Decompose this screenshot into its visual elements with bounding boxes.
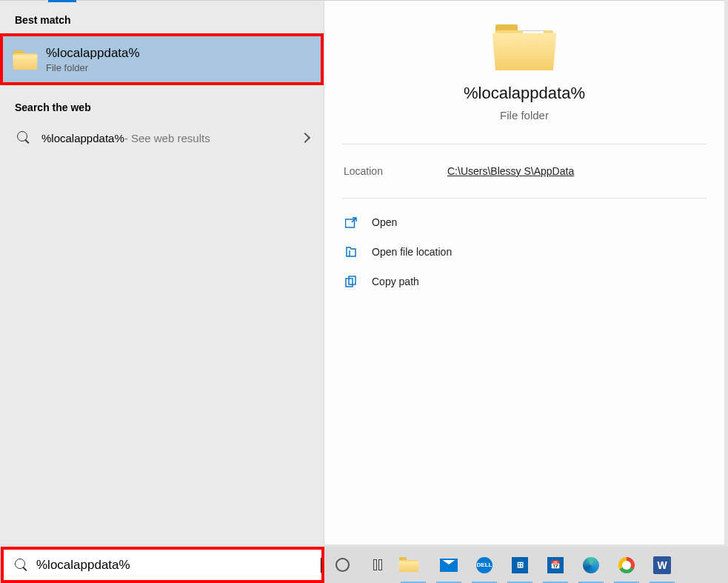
result-subtitle: File folder: [46, 62, 140, 73]
action-label: Copy path: [372, 276, 419, 287]
store-icon: ⊞: [512, 557, 528, 573]
folder-open-icon: [344, 246, 358, 258]
file-explorer-button[interactable]: [395, 547, 431, 583]
folder-icon: [13, 49, 37, 70]
calendar-icon: 📅: [547, 557, 564, 573]
search-icon: [16, 130, 31, 145]
search-box[interactable]: [1, 547, 324, 583]
chrome-icon: [618, 557, 635, 573]
chrome-button[interactable]: [609, 547, 644, 583]
edge-button[interactable]: [573, 547, 609, 583]
search-icon: [14, 558, 29, 573]
best-match-heading: Best match: [0, 1, 324, 33]
preview-title: %localappdata%: [464, 84, 585, 103]
best-match-result[interactable]: %localappdata% File folder: [0, 33, 324, 85]
file-explorer-icon: [399, 559, 418, 572]
store-button[interactable]: ⊞: [502, 547, 538, 583]
results-pane: Best match %localappdata% File folder Se…: [0, 1, 324, 544]
taskbar: DELL ⊞ 📅 W: [0, 547, 728, 583]
preview-pane: %localappdata% File folder Location C:\U…: [324, 1, 724, 544]
mail-icon: [440, 559, 458, 572]
filter-indicator: [48, 0, 76, 2]
mail-button[interactable]: [431, 547, 467, 583]
taskbar-icons: DELL ⊞ 📅 W: [324, 547, 680, 583]
copy-path-action[interactable]: Copy path: [336, 267, 712, 296]
dell-icon: DELL: [476, 557, 492, 573]
search-web-heading: Search the web: [0, 85, 324, 119]
web-result-title: %localappdata%: [41, 132, 124, 144]
preview-subtitle: File folder: [500, 109, 549, 121]
web-result-suffix: - See web results: [124, 132, 210, 144]
word-button[interactable]: W: [644, 547, 680, 583]
search-panel: Best match %localappdata% File folder Se…: [0, 0, 724, 544]
cortana-icon: [335, 558, 350, 572]
result-title: %localappdata%: [46, 46, 140, 61]
task-view-icon: [373, 559, 382, 570]
location-label: Location: [344, 165, 447, 177]
chevron-right-icon: [300, 133, 310, 143]
action-label: Open: [372, 216, 397, 228]
search-input[interactable]: [36, 558, 319, 573]
copy-icon: [344, 276, 358, 287]
word-icon: W: [653, 556, 671, 574]
preview-header: %localappdata% File folder: [324, 1, 724, 144]
calendar-button[interactable]: 📅: [538, 547, 573, 583]
open-file-location-action[interactable]: Open file location: [336, 237, 712, 267]
folder-icon: [495, 21, 553, 70]
action-label: Open file location: [372, 246, 452, 258]
dell-button[interactable]: DELL: [467, 547, 502, 583]
edge-icon: [583, 557, 599, 573]
location-path[interactable]: C:\Users\Blessy S\AppData: [447, 165, 574, 177]
task-view-button[interactable]: [360, 547, 395, 583]
open-icon: [344, 217, 358, 228]
location-row: Location C:\Users\Blessy S\AppData: [324, 144, 724, 198]
text-cursor: [321, 558, 321, 573]
actions-list: Open Open file location Copy path: [324, 199, 724, 305]
web-result-row[interactable]: %localappdata% - See web results: [0, 119, 324, 156]
cortana-button[interactable]: [324, 547, 360, 583]
open-action[interactable]: Open: [336, 207, 712, 237]
